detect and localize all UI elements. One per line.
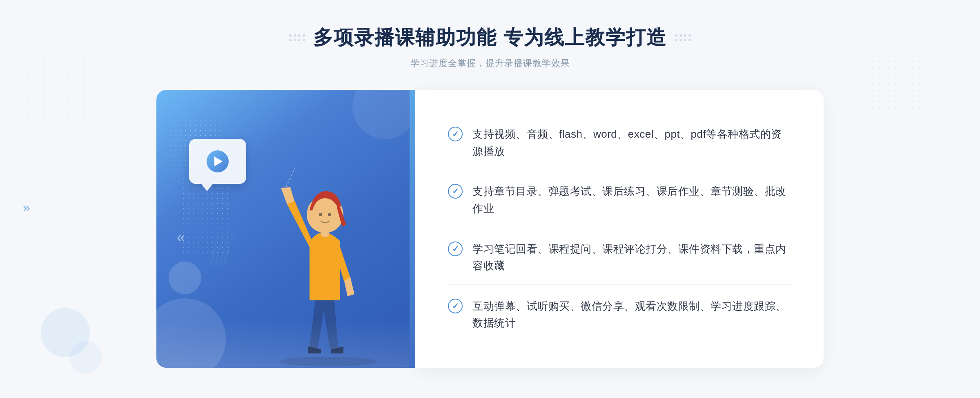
play-icon — [214, 157, 223, 166]
header-left-dots — [289, 34, 305, 41]
dot — [289, 39, 292, 41]
dot — [684, 39, 686, 41]
check-mark-1: ✓ — [452, 130, 459, 138]
dot — [298, 39, 301, 41]
check-icon-2: ✓ — [448, 184, 463, 199]
dot — [303, 34, 305, 37]
check-icon-3: ✓ — [448, 241, 463, 256]
left-chevron-decoration: » — [23, 200, 30, 215]
illus-circle-tr — [352, 90, 410, 139]
illus-small-circle — [169, 262, 201, 294]
feature-item-4: ✓ 互动弹幕、试听购买、微信分享、观看次数限制、学习进度跟踪、数据统计 — [448, 288, 791, 342]
header-decoration: 多项录播课辅助功能 专为线上教学打造 — [289, 25, 690, 51]
feature-text-4: 互动弹幕、试听购买、微信分享、观看次数限制、学习进度跟踪、数据统计 — [472, 298, 791, 332]
svg-point-4 — [328, 213, 331, 216]
page-header: 多项录播课辅助功能 专为线上教学打造 学习进度全掌握，提升录播课教学效果 — [0, 0, 980, 82]
illus-chevrons: « — [177, 229, 181, 246]
svg-point-3 — [319, 213, 322, 216]
dot — [303, 39, 305, 41]
dot — [289, 34, 292, 37]
dot — [298, 34, 301, 37]
check-mark-4: ✓ — [452, 302, 459, 310]
dot — [688, 39, 691, 41]
illus-glow — [156, 319, 410, 368]
feature-text-1: 支持视频、音频、flash、word、excel、ppt、pdf等各种格式的资源… — [472, 126, 791, 160]
check-mark-2: ✓ — [452, 187, 459, 195]
feature-text-2: 支持章节目录、弹题考试、课后练习、课后作业、章节测验、批改作业 — [472, 183, 791, 217]
main-content: « — [0, 90, 980, 368]
dot — [294, 39, 296, 41]
check-mark-3: ✓ — [452, 245, 459, 253]
features-card: ✓ 支持视频、音频、flash、word、excel、ppt、pdf等各种格式的… — [415, 90, 824, 368]
feature-text-3: 学习笔记回看、课程提问、课程评论打分、课件资料下载，重点内容收藏 — [472, 241, 791, 275]
dot — [679, 39, 682, 41]
dot — [294, 34, 296, 37]
dot — [684, 34, 686, 37]
header-right-dots — [675, 34, 691, 41]
feature-item-3: ✓ 学习笔记回看、课程提问、课程评论打分、课件资料下载，重点内容收藏 — [448, 231, 791, 285]
dot — [675, 34, 677, 37]
blue-accent-stripe — [410, 90, 415, 368]
page-subtitle: 学习进度全掌握，提升录播课教学效果 — [0, 57, 980, 69]
play-button[interactable] — [207, 150, 229, 172]
dot — [675, 39, 677, 41]
svg-line-5 — [286, 168, 295, 187]
feature-item-2: ✓ 支持章节目录、弹题考试、课后练习、课后作业、章节测验、批改作业 — [448, 173, 791, 227]
feature-item-1: ✓ 支持视频、音频、flash、word、excel、ppt、pdf等各种格式的… — [448, 116, 791, 170]
check-icon-1: ✓ — [448, 127, 463, 141]
check-icon-4: ✓ — [448, 299, 463, 313]
dot — [679, 34, 682, 37]
video-bubble[interactable] — [189, 139, 246, 184]
dot — [688, 34, 691, 37]
illustration-card: « — [156, 90, 410, 368]
page-title: 多项录播课辅助功能 专为线上教学打造 — [313, 25, 666, 51]
bg-circle-decoration-2 — [69, 341, 102, 373]
